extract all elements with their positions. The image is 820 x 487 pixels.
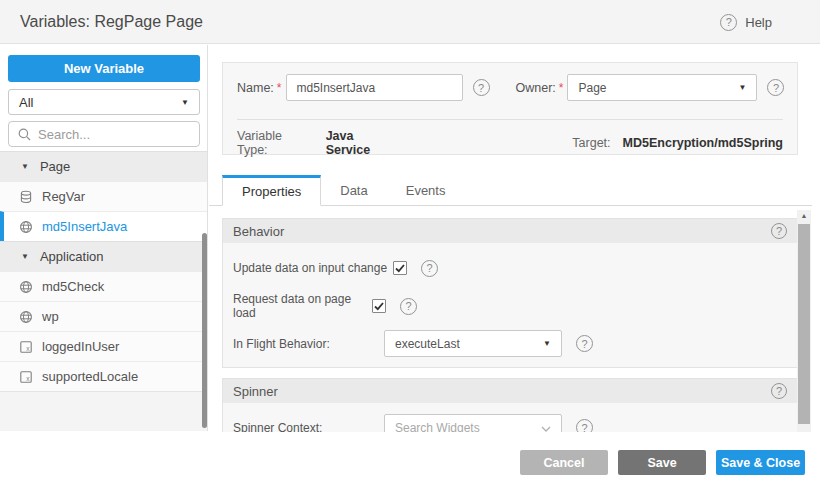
group-header-application[interactable]: Application	[0, 241, 207, 271]
caret-down-icon	[739, 83, 747, 92]
service-icon	[19, 310, 33, 324]
required-marker: *	[559, 81, 564, 95]
owner-selected-value: Page	[578, 81, 606, 95]
in-flight-behavior-value: executeLast	[395, 337, 460, 351]
dialog-header: Variables: RegPage Page Help	[0, 0, 820, 44]
scrollbar-thumb[interactable]	[798, 224, 810, 424]
name-input[interactable]	[286, 74, 463, 101]
target-value: MD5Encryption/md5Spring	[623, 136, 783, 150]
in-flight-behavior-select[interactable]: executeLast	[384, 330, 562, 357]
collapse-triangle-icon	[21, 252, 29, 261]
variable-type-label: Variable Type:	[237, 129, 314, 157]
search-icon	[18, 128, 31, 141]
in-flight-behavior-help-icon[interactable]	[576, 335, 593, 352]
caret-down-icon	[543, 339, 551, 348]
spinner-section-title: Spinner	[233, 384, 278, 399]
variables-dialog: Variables: RegPage Page Help New Variabl…	[0, 0, 820, 487]
summary-divider	[237, 119, 783, 120]
name-help-icon[interactable]	[473, 79, 490, 96]
tab-properties[interactable]: Properties	[222, 175, 321, 206]
list-item-regvar[interactable]: RegVar	[0, 181, 207, 211]
update-on-input-change-checkbox[interactable]	[393, 261, 407, 275]
help-label: Help	[745, 15, 772, 30]
request-on-page-load-help-icon[interactable]	[400, 298, 417, 315]
name-label: Name:	[237, 81, 274, 95]
database-icon	[19, 190, 33, 204]
save-and-close-button[interactable]: Save & Close	[716, 450, 805, 475]
owner-label: Owner:	[516, 81, 556, 95]
request-on-page-load-label: Request data on page load	[233, 292, 366, 320]
tab-data[interactable]: Data	[321, 175, 386, 205]
help-icon	[720, 14, 737, 31]
svg-text:x: x	[26, 344, 30, 351]
app-variable-icon: x	[19, 370, 33, 384]
update-on-input-change-help-icon[interactable]	[421, 260, 438, 277]
properties-scrollbar[interactable]	[797, 210, 811, 440]
collapse-triangle-icon	[21, 162, 29, 171]
help-button[interactable]: Help	[720, 0, 772, 44]
group-header-page[interactable]: Page	[0, 151, 207, 181]
search-input[interactable]	[38, 127, 178, 142]
check-icon	[395, 264, 405, 273]
variables-sidebar: New Variable All Page RegVar md5InsertJa…	[0, 45, 208, 431]
variable-search[interactable]	[8, 121, 200, 147]
sidebar-empty-area	[0, 391, 207, 431]
check-icon	[374, 302, 384, 311]
list-item-md5check[interactable]: md5Check	[0, 271, 207, 301]
properties-panel: Behavior Update data on input change Req…	[209, 207, 799, 440]
owner-select[interactable]: Page	[567, 74, 757, 101]
service-icon	[19, 280, 33, 294]
behavior-section-title: Behavior	[233, 224, 284, 239]
page-title: Variables: RegPage Page	[20, 0, 203, 44]
behavior-help-icon[interactable]	[771, 223, 787, 239]
required-marker: *	[277, 81, 282, 95]
update-on-input-change-label: Update data on input change	[233, 261, 387, 275]
service-icon	[19, 220, 33, 234]
scroll-up-arrow-icon[interactable]	[797, 210, 811, 222]
variable-filter-select[interactable]: All	[8, 89, 200, 115]
filter-selected-value: All	[19, 95, 33, 110]
app-variable-icon: x	[19, 340, 33, 354]
request-on-page-load-checkbox[interactable]	[372, 299, 386, 313]
list-item-md5insertjava[interactable]: md5InsertJava	[0, 211, 207, 241]
new-variable-button[interactable]: New Variable	[8, 55, 200, 82]
dialog-footer: Cancel Save Save & Close	[0, 432, 820, 487]
list-item-loggedinuser[interactable]: x loggedInUser	[0, 331, 207, 361]
cancel-button[interactable]: Cancel	[520, 450, 608, 475]
caret-down-icon	[181, 98, 189, 107]
owner-help-icon[interactable]	[767, 79, 784, 96]
variable-type-value: Java Service	[326, 129, 400, 157]
in-flight-behavior-label: In Flight Behavior:	[233, 337, 384, 351]
list-item-wp[interactable]: wp	[0, 301, 207, 331]
save-button[interactable]: Save	[618, 450, 706, 475]
target-label: Target:	[572, 136, 610, 150]
spinner-help-icon[interactable]	[771, 383, 787, 399]
list-item-supportedlocale[interactable]: x supportedLocale	[0, 361, 207, 391]
spinner-section: Spinner Spinner Context: Search Widgets	[222, 378, 798, 440]
behavior-section: Behavior Update data on input change Req…	[222, 218, 798, 368]
svg-text:x: x	[26, 374, 30, 381]
variable-list: Page RegVar md5InsertJava Application md…	[0, 151, 207, 391]
tab-events[interactable]: Events	[387, 175, 465, 205]
sidebar-scrollbar-thumb[interactable]	[202, 233, 207, 428]
variable-summary-box: Name: * Owner: * Page Variable Type: Jav…	[222, 62, 798, 155]
detail-tabs: Properties Data Events	[209, 175, 812, 206]
